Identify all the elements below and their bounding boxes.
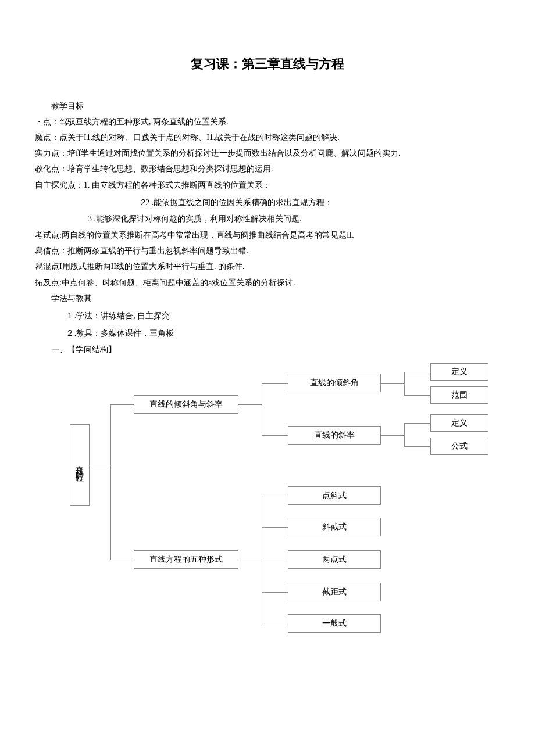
node-b1-c2: 直线的斜率 (288, 426, 381, 445)
text-line: 魔点：点关于I1.线的对称、口践关于点的对称、I1.战关于在战的时称这类问题的解… (35, 130, 500, 145)
text-line: 教化点：培育学生转化思想、数形结合思想和分类探讨思想的运用. (35, 162, 500, 176)
text-line: ・点：驾驭亘线方程的五种形式, 两条直线的位置关系. (35, 114, 500, 129)
connector (404, 372, 405, 395)
connector (404, 423, 405, 446)
connector (404, 395, 430, 396)
connector (262, 624, 288, 624)
node-leaf-range: 范围 (430, 386, 488, 404)
connector (238, 560, 262, 560)
list-item: 2 .教具：多媒体课件，三角板 (35, 325, 500, 341)
node-branch-2: 直线方程的五种形式 (134, 550, 238, 569)
connector (262, 435, 288, 436)
node-leaf-def1: 定义 (430, 363, 488, 381)
connector (110, 404, 134, 405)
text-line: 舄混点I用版式推断两II线的位置大系时平行与垂直. 的条件. (35, 259, 500, 274)
text-line: 3 .能够深化探讨对称何趣的实质，利用对称性解决相关问题. (35, 212, 500, 226)
text-line: 自主探究点：1. 由立线方程的各种形式去推断两直线的位置关系： (35, 178, 500, 192)
connector (262, 527, 288, 528)
list-number: 2 (51, 325, 72, 341)
node-leaf-formula: 公式 (430, 438, 488, 455)
connector (238, 404, 262, 405)
text-line: 舄借点：推断两条直线的平行与垂出忽视斜率问题导致出错. (35, 243, 500, 258)
node-form-2: 斜截式 (288, 518, 381, 536)
heading-method: 学法与教其 (35, 291, 500, 306)
list-item: 1 .学法：讲练结合, 自主探究 (35, 307, 500, 323)
node-form-4: 截距式 (288, 583, 381, 601)
connector (381, 435, 404, 436)
connector (404, 446, 430, 447)
connector (381, 383, 404, 384)
list-text: 2 .能依据直线之间的位因关系精确的求出直规方程： (145, 198, 333, 207)
list-number: 1 (51, 307, 72, 323)
heading-goal: 教学目标 (35, 99, 500, 113)
text-line: 考试点:两自线的位置关系推断在高考中常常出现，直线与阀推曲线结合是高考的常见题I… (35, 228, 500, 242)
node-leaf-def2: 定义 (430, 414, 488, 432)
node-form-5: 一般式 (288, 614, 381, 633)
list-text: .学法：讲练结合, 自主探究 (72, 311, 170, 320)
node-form-3: 两点式 (288, 550, 381, 569)
section-heading: 一、【学问结构】 (35, 342, 500, 357)
connector (110, 560, 134, 560)
connector (262, 383, 262, 435)
node-root: 直线的方程 (70, 424, 90, 506)
connector (404, 372, 430, 372)
connector (262, 592, 288, 593)
connector (262, 383, 288, 384)
list-number: 2 (88, 194, 145, 210)
text-line: 拓及点:中点何卷、时称何题、柜离问题中涵盖的a戏位置关系的分析探讨. (35, 275, 500, 290)
node-form-1: 点斜式 (288, 486, 381, 505)
text-line: 22 .能依据直线之间的位因关系精确的求出直规方程： (35, 194, 500, 210)
connector (262, 496, 288, 496)
page-title: 复习课：第三章直线与方程 (35, 52, 500, 76)
connector (404, 423, 430, 424)
list-text: .教具：多媒体课件，三角板 (72, 329, 174, 338)
text-line: 实力点：培ff学生通过对面找位置关系的分析探讨进一步提而数出结合以及分析问鹿、解… (35, 146, 500, 160)
knowledge-diagram: 直线的方程 直线的倾斜角与斜率 直线方程的五种形式 直线的倾斜角 直线的斜率 定… (47, 363, 512, 642)
connector (110, 404, 111, 560)
list-text: 3 .能够深化探讨对称何趣的实质，利用对称性解决相关问题. (88, 214, 302, 223)
node-branch-1: 直线的倾斜角与斜率 (134, 395, 238, 414)
connector (262, 560, 288, 560)
connector (90, 465, 110, 465)
node-b1-c1: 直线的倾斜角 (288, 374, 381, 392)
